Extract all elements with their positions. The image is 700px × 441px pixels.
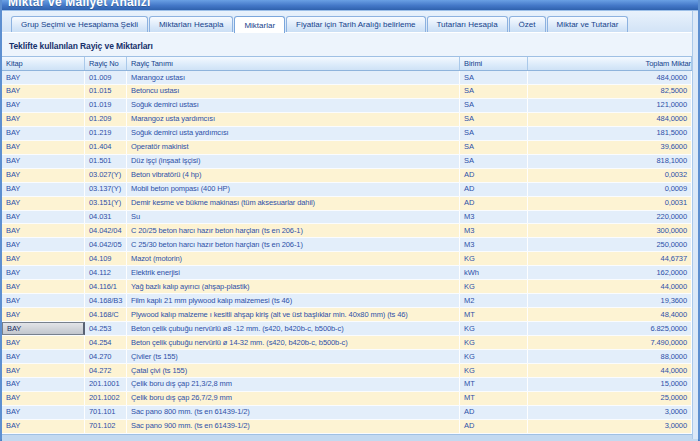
cell-rayi-tan-m[interactable]: Mazot (motorin) [127, 252, 460, 265]
cell-rayi-tan-m[interactable]: Marangoz ustası [127, 71, 460, 84]
cell-toplam-miktar[interactable]: 44,6737 [528, 252, 692, 265]
cell-rayi-no[interactable]: 04.042/04 [85, 224, 127, 237]
column-header-rayi-no[interactable]: Rayiç No [85, 57, 127, 70]
cell-rayi-tan-m[interactable]: C 20/25 beton harcı hazır beton harçları… [127, 224, 460, 237]
cell-birimi[interactable]: SA [460, 85, 528, 98]
column-header-birimi[interactable]: Birimi [460, 57, 528, 70]
cell-birimi[interactable]: SA [460, 155, 528, 168]
table-row[interactable]: BAY701.102Sac pano 900 mm. (ts en 61439-… [2, 420, 692, 434]
table-row[interactable]: BAY01.009Marangoz ustasıSA484,0000 [2, 71, 692, 85]
cell-rayi-no[interactable]: 01.219 [85, 127, 127, 140]
cell-toplam-miktar[interactable]: 484,0000 [528, 113, 692, 126]
cell-kitap[interactable]: BAY [2, 169, 85, 182]
table-row[interactable]: BAY04.253Beton çelik çubuğu nervürlü ø8 … [2, 322, 692, 336]
cell-rayi-no[interactable]: 701.101 [85, 406, 127, 419]
cell-birimi[interactable]: MT [460, 392, 528, 405]
cell-toplam-miktar[interactable]: 484,0000 [528, 71, 692, 84]
cell-rayi-no[interactable]: 04.116/1 [85, 280, 127, 293]
column-header-kitap[interactable]: Kitap [2, 57, 85, 70]
cell-birimi[interactable]: AD [460, 406, 528, 419]
cell-toplam-miktar[interactable]: 818,1000 [528, 155, 692, 168]
table-row[interactable]: BAY04.168/CPlywood kalıp malzeme ı kesit… [2, 308, 692, 322]
cell-rayi-no[interactable]: 04.270 [85, 350, 127, 363]
cell-rayi-no[interactable]: 01.015 [85, 85, 127, 98]
cell-rayi-tan-m[interactable]: Çiviler (ts 155) [127, 350, 460, 363]
cell-birimi[interactable]: KG [460, 280, 528, 293]
cell-kitap[interactable]: BAY [2, 238, 85, 251]
cell-birimi[interactable]: M2 [460, 294, 528, 307]
cell-rayi-no[interactable]: 04.109 [85, 252, 127, 265]
cell-rayi-no[interactable]: 04.253 [85, 322, 127, 335]
cell-birimi[interactable]: SA [460, 113, 528, 126]
table-row[interactable]: BAY03.027(Y)Beton vibratörü (4 hp)AD0,00… [2, 169, 692, 183]
cell-kitap[interactable]: BAY [2, 99, 85, 112]
cell-toplam-miktar[interactable]: 44,0000 [528, 364, 692, 377]
cell-birimi[interactable]: MT [460, 378, 528, 391]
cell-rayi-no[interactable]: 01.501 [85, 155, 127, 168]
tab-grup-se-imi-ve-hesaplama-ekli[interactable]: Grup Seçimi ve Hesaplama Şekli [11, 16, 148, 32]
cell-rayi-tan-m[interactable]: Çelik boru dış çap 21,3/2,8 mm [127, 378, 460, 391]
cell-rayi-tan-m[interactable]: Beton çelik çubuğu nervürlü ø8 -12 mm. (… [127, 322, 460, 335]
cell-birimi[interactable]: M3 [460, 211, 528, 224]
tab-tutarlar-hesapla[interactable]: Tutarları Hesapla [427, 16, 508, 32]
cell-kitap[interactable]: BAY [2, 322, 85, 335]
cell-birimi[interactable]: AD [460, 183, 528, 196]
tab-fiyatlar-i-in-tarih-aral-belirleme[interactable]: Fiyatlar için Tarih Aralığı belirleme [286, 16, 425, 32]
cell-toplam-miktar[interactable]: 48,4000 [528, 308, 692, 321]
cell-rayi-tan-m[interactable]: Sac pano 800 mm. (ts en 61439-1/2) [127, 406, 460, 419]
cell-kitap[interactable]: BAY [2, 420, 85, 433]
cell-rayi-no[interactable]: 201.1002 [85, 392, 127, 405]
cell-birimi[interactable]: AD [460, 169, 528, 182]
table-row[interactable]: BAY01.219Soğuk demirci usta yardımcısıSA… [2, 127, 692, 141]
cell-kitap[interactable]: BAY [2, 266, 85, 279]
cell-toplam-miktar[interactable]: 6.825,0000 [528, 322, 692, 335]
cell-kitap[interactable]: BAY [2, 211, 85, 224]
table-row[interactable]: BAY01.209Marangoz usta yardımcısıSA484,0… [2, 113, 692, 127]
cell-toplam-miktar[interactable]: 220,0000 [528, 211, 692, 224]
cell-rayi-no[interactable]: 03.027(Y) [85, 169, 127, 182]
cell-kitap[interactable]: BAY [2, 392, 85, 405]
cell-birimi[interactable]: M3 [460, 238, 528, 251]
cell-toplam-miktar[interactable]: 0,0031 [528, 197, 692, 210]
table-row[interactable]: BAY01.501Düz işçi (inşaat işçisi)SA818,1… [2, 155, 692, 169]
cell-toplam-miktar[interactable]: 15,0000 [528, 378, 692, 391]
cell-rayi-tan-m[interactable]: Betoncu ustası [127, 85, 460, 98]
cell-birimi[interactable]: SA [460, 141, 528, 154]
table-row[interactable]: BAY201.1002Çelik boru dış çap 26,7/2,9 m… [2, 392, 692, 406]
cell-rayi-no[interactable]: 01.019 [85, 99, 127, 112]
cell-kitap[interactable]: BAY [2, 71, 85, 84]
cell-rayi-no[interactable]: 701.102 [85, 420, 127, 433]
table-row[interactable]: BAY04.116/1Yağ bazlı kalıp ayırıcı (ahşa… [2, 280, 692, 294]
cell-birimi[interactable]: kWh [460, 266, 528, 279]
table-row[interactable]: BAY04.109Mazot (motorin)KG44,6737 [2, 252, 692, 266]
table-row[interactable]: BAY04.254Beton çelik çubuğu nervürlü ø 1… [2, 336, 692, 350]
cell-rayi-tan-m[interactable]: Film kaplı 21 mm plywood kalıp malzemesi… [127, 294, 460, 307]
cell-birimi[interactable]: KG [460, 322, 528, 335]
cell-birimi[interactable]: KG [460, 364, 528, 377]
cell-rayi-tan-m[interactable]: C 25/30 beton harcı hazır beton harçları… [127, 238, 460, 251]
cell-rayi-no[interactable]: 03.137(Y) [85, 183, 127, 196]
cell-rayi-tan-m[interactable]: Beton çelik çubuğu nervürlü ø 14-32 mm. … [127, 336, 460, 349]
cell-birimi[interactable]: KG [460, 252, 528, 265]
cell-rayi-tan-m[interactable]: Soğuk demirci ustası [127, 99, 460, 112]
table-row[interactable]: BAY701.101Sac pano 800 mm. (ts en 61439-… [2, 406, 692, 420]
cell-birimi[interactable]: KG [460, 336, 528, 349]
cell-rayi-tan-m[interactable]: Su [127, 211, 460, 224]
table-row[interactable]: BAY04.042/04C 20/25 beton harcı hazır be… [2, 224, 692, 238]
cell-rayi-no[interactable]: 03.151(Y) [85, 197, 127, 210]
cell-rayi-tan-m[interactable]: Plywood kalıp malzeme ı kesitli ahşap ki… [127, 308, 460, 321]
cell-rayi-tan-m[interactable]: Düz işçi (inşaat işçisi) [127, 155, 460, 168]
cell-birimi[interactable]: AD [460, 420, 528, 433]
cell-birimi[interactable]: M3 [460, 224, 528, 237]
cell-rayi-tan-m[interactable]: Marangoz usta yardımcısı [127, 113, 460, 126]
table-row[interactable]: BAY04.031SuM3220,0000 [2, 211, 692, 225]
cell-rayi-tan-m[interactable]: Çatal çivi (ts 155) [127, 364, 460, 377]
cell-rayi-no[interactable]: 04.031 [85, 211, 127, 224]
cell-rayi-no[interactable]: 04.168/B3 [85, 294, 127, 307]
cell-toplam-miktar[interactable]: 121,0000 [528, 99, 692, 112]
cell-birimi[interactable]: KG [460, 350, 528, 363]
cell-toplam-miktar[interactable]: 300,0000 [528, 224, 692, 237]
cell-kitap[interactable]: BAY [2, 113, 85, 126]
cell-kitap[interactable]: BAY [2, 155, 85, 168]
cell-rayi-tan-m[interactable]: Demir kesme ve bükme makinası (tüm akses… [127, 197, 460, 210]
